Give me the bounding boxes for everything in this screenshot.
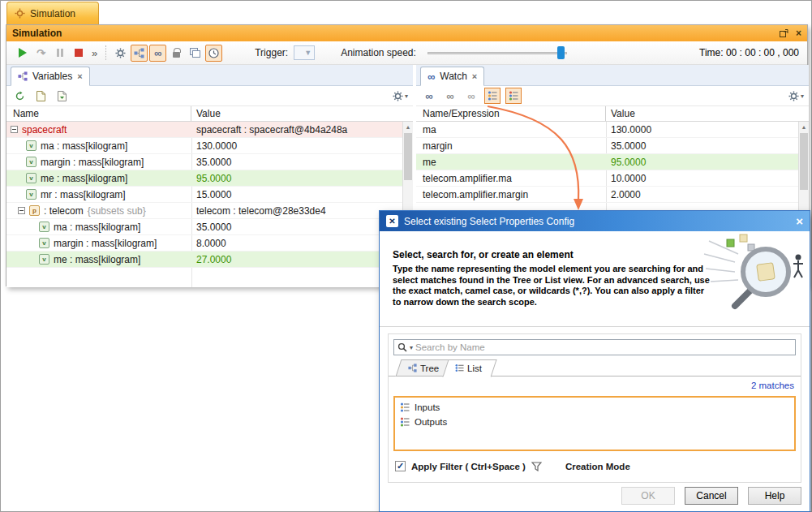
watch-table-header: Name/Expression Value [416, 105, 809, 122]
inputs-config-icon [488, 91, 497, 101]
scroll-up-icon[interactable]: ▲ [799, 122, 809, 132]
resume-button[interactable]: ↷ [32, 45, 49, 62]
table-row[interactable]: vma : mass[kilogram] 130.0000 [6, 138, 402, 154]
chevron-down-icon: ▾ [801, 93, 804, 100]
tab-watch[interactable]: ∞ Watch × [420, 67, 484, 86]
table-row[interactable]: p: telecom{subsets sub} telecom : teleco… [6, 203, 402, 219]
list-item[interactable]: Inputs [395, 400, 794, 415]
value-property-icon: v [39, 222, 49, 232]
import-button[interactable] [54, 88, 70, 104]
results-list[interactable]: Inputs Outputs [393, 396, 796, 451]
table-row[interactable]: vmr : mass[kilogram] 15.0000 [6, 187, 402, 203]
clear-watch-button[interactable]: ∞ [463, 88, 479, 104]
watch-toggle[interactable]: ∞ [149, 45, 166, 62]
list-item[interactable]: Outputs [395, 415, 794, 429]
refresh-button[interactable] [11, 88, 28, 104]
tree-view-toggle[interactable] [131, 45, 148, 62]
table-row[interactable]: spacecraft spacecraft : spacecraft@4b4a2… [6, 122, 402, 138]
tab-watch-label: Watch [440, 71, 467, 82]
gear-icon [115, 48, 126, 58]
remove-watch-button[interactable]: ∞ [442, 88, 458, 104]
cancel-button[interactable]: Cancel [685, 487, 738, 505]
table-row[interactable]: vma : mass[kilogram] 35.0000 [6, 219, 402, 235]
options-button[interactable] [112, 45, 129, 62]
resume-icon: ↷ [37, 47, 45, 59]
table-row[interactable]: ma 130.0000 [416, 122, 798, 138]
toolbar-separator [105, 45, 106, 60]
export-button[interactable] [32, 88, 49, 104]
column-header-value[interactable]: Value [191, 106, 413, 121]
close-icon[interactable]: × [796, 28, 801, 39]
table-row[interactable]: me 95.0000 [416, 154, 798, 170]
table-row[interactable]: telecom.amplifier.ma 10.0000 [416, 170, 798, 187]
variables-panel: Variables × [6, 65, 413, 287]
tab-variables-label: Variables [32, 71, 72, 82]
value-property-icon: v [26, 189, 37, 200]
tab-close-icon[interactable]: × [472, 71, 477, 81]
column-header-name[interactable]: Name [6, 106, 191, 121]
variables-tab-icon [18, 71, 28, 81]
tree-view-icon [134, 48, 144, 58]
table-row[interactable]: vme : mass[kilogram] 27.0000 [6, 252, 402, 268]
dialog-description: Type the name representing the model ele… [393, 264, 711, 308]
export-icon [37, 91, 45, 101]
scrollbar-thumb[interactable] [800, 133, 808, 190]
scrollbar-thumb[interactable] [404, 133, 412, 180]
animation-speed-slider[interactable] [427, 45, 567, 60]
stop-button[interactable] [70, 45, 87, 62]
console-button[interactable] [187, 45, 204, 62]
dialog-buttons: OK Cancel Help [621, 487, 801, 505]
search-box[interactable]: ▾ [393, 339, 796, 355]
scroll-up-icon[interactable]: ▲ [403, 122, 413, 132]
slider-handle[interactable] [557, 46, 565, 59]
close-icon[interactable]: × [796, 215, 803, 227]
trigger-dropdown[interactable]: ▼ [294, 45, 315, 60]
tab-variables[interactable]: Variables × [11, 67, 90, 86]
select-properties-config-dialog: ✕ Select existing Select Properties Conf… [379, 210, 810, 512]
expander-icon[interactable] [11, 126, 18, 133]
lock-button[interactable] [168, 45, 185, 62]
filter-icon[interactable] [531, 462, 542, 471]
row-name-suffix: {subsets sub} [88, 205, 146, 217]
tab-simulation[interactable]: Simulation [6, 2, 99, 24]
search-input[interactable] [415, 342, 792, 352]
variables-options-button[interactable]: ▾ [393, 91, 408, 101]
column-header-value[interactable]: Value [606, 106, 809, 121]
apply-filter-checkbox[interactable]: ✓ [395, 461, 406, 471]
table-row[interactable]: vmargin : mass[kilogram] 8.0000 [6, 235, 402, 252]
toolbar-overflow-button[interactable]: » [92, 47, 97, 59]
add-watch-button[interactable]: ∞ [421, 88, 437, 104]
row-value: 35.0000 [606, 140, 798, 152]
search-group: ▾ Tree [388, 333, 801, 483]
table-row[interactable]: margin 35.0000 [416, 138, 798, 154]
help-button[interactable]: Help [748, 487, 801, 505]
show-inputs-toggle[interactable] [484, 88, 501, 104]
tab-tree[interactable]: Tree [398, 359, 449, 376]
table-row[interactable]: vmargin : mass[kilogram] 35.0000 [6, 154, 402, 170]
simulation-icon [15, 8, 25, 19]
tab-close-icon[interactable]: × [77, 71, 82, 81]
column-header-name-expression[interactable]: Name/Expression [416, 106, 606, 121]
row-name: margin : mass[kilogram] [41, 157, 144, 168]
tab-simulation-label: Simulation [30, 8, 75, 19]
pause-button[interactable] [51, 45, 68, 62]
value-property-icon: v [39, 238, 49, 248]
refresh-icon [15, 91, 25, 101]
table-row[interactable]: telecom.amplifier.margin 2.0000 [416, 187, 798, 203]
ok-button[interactable]: OK [621, 487, 675, 505]
row-name: margin [423, 140, 453, 152]
float-window-icon[interactable] [780, 29, 788, 37]
dialog-title: Select existing Select Properties Config [404, 216, 574, 227]
row-value: 2.0000 [606, 189, 798, 200]
clock-button[interactable] [205, 45, 222, 62]
expander-icon[interactable] [18, 207, 25, 214]
watch-options-button[interactable]: ▾ [788, 91, 804, 101]
show-outputs-toggle[interactable] [505, 88, 522, 104]
table-row[interactable]: vme : mass[kilogram] 95.0000 [6, 170, 402, 187]
simulation-toolbar: ↷ » [6, 41, 807, 65]
variables-table-header: Name Value [6, 105, 413, 122]
value-property-icon: v [26, 140, 37, 151]
dialog-titlebar[interactable]: ✕ Select existing Select Properties Conf… [380, 211, 810, 231]
play-button[interactable] [14, 45, 31, 62]
tab-list[interactable]: List [445, 359, 494, 376]
